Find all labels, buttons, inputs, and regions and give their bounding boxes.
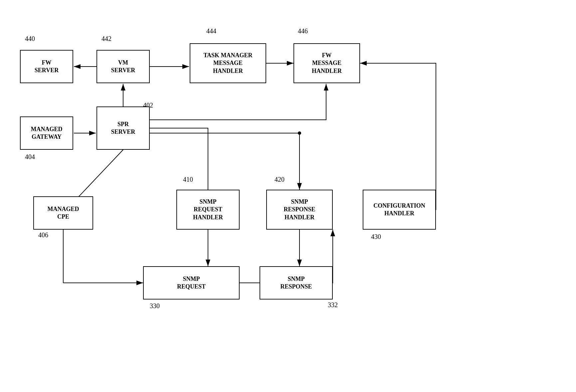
ref-404: 404 <box>25 153 35 161</box>
managed-gateway-box: MANAGEDGATEWAY <box>20 116 73 150</box>
snmp-response-handler-box: SNMPRESPONSEHANDLER <box>266 190 333 230</box>
fw-server-label: FWSERVER <box>35 59 59 75</box>
configuration-handler-box: CONFIGURATIONHANDLER <box>363 190 436 230</box>
ref-410: 410 <box>183 176 193 183</box>
task-manager-box: TASK MANAGERMESSAGEHANDLER <box>190 43 266 83</box>
managed-cpe-box: MANAGEDCPE <box>33 196 93 230</box>
fw-message-handler-box: FWMESSAGEHANDLER <box>293 43 360 83</box>
ref-446: 446 <box>298 27 308 35</box>
snmp-request-label: SNMPREQUEST <box>177 275 206 291</box>
fw-server-box: FWSERVER <box>20 50 73 83</box>
managed-cpe-label: MANAGEDCPE <box>48 205 79 221</box>
snmp-response-box: SNMPRESPONSE <box>260 266 333 299</box>
task-manager-label: TASK MANAGERMESSAGEHANDLER <box>203 52 252 75</box>
fw-message-handler-label: FWMESSAGEHANDLER <box>312 52 342 75</box>
ref-430: 430 <box>371 233 381 241</box>
vm-server-label: VMSERVER <box>111 59 135 75</box>
diagram: 440 442 444 446 404 402 406 410 420 430 … <box>0 0 576 392</box>
spr-server-box: SPRSERVER <box>96 106 150 150</box>
ref-330: 330 <box>150 302 160 310</box>
ref-440: 440 <box>25 35 35 43</box>
ref-420: 420 <box>275 176 285 183</box>
configuration-handler-label: CONFIGURATIONHANDLER <box>373 202 425 218</box>
vm-server-box: VMSERVER <box>96 50 150 83</box>
svg-point-7 <box>298 131 301 135</box>
ref-442: 442 <box>101 35 111 43</box>
snmp-request-box: SNMPREQUEST <box>143 266 240 299</box>
managed-gateway-label: MANAGEDGATEWAY <box>31 125 63 141</box>
ref-444: 444 <box>206 27 216 35</box>
snmp-response-label: SNMPRESPONSE <box>280 275 312 291</box>
ref-332: 332 <box>328 301 338 309</box>
spr-server-label: SPRSERVER <box>111 120 135 136</box>
ref-406: 406 <box>38 231 48 239</box>
snmp-response-handler-label: SNMPRESPONSEHANDLER <box>284 198 315 221</box>
snmp-request-handler-label: SNMPREQUESTHANDLER <box>193 198 223 221</box>
snmp-request-handler-box: SNMPREQUESTHANDLER <box>176 190 240 230</box>
